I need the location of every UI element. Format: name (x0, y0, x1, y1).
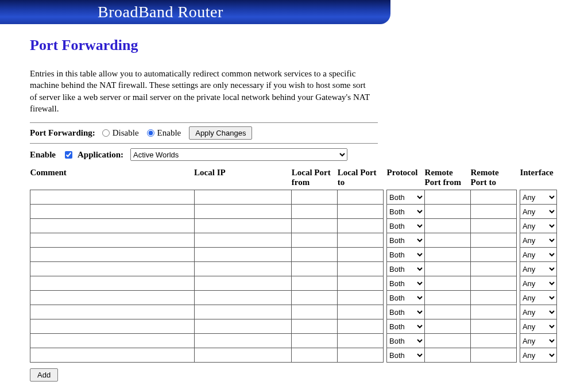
local-port-to-input[interactable] (338, 277, 383, 290)
protocol-select[interactable]: Both (387, 334, 424, 348)
interface-select[interactable]: Any (520, 334, 556, 348)
comment-input[interactable] (30, 334, 194, 348)
protocol-select[interactable]: Both (387, 349, 424, 362)
comment-input[interactable] (30, 349, 194, 362)
local-port-to-input[interactable] (338, 234, 383, 247)
remote-port-from-input[interactable] (425, 306, 470, 319)
remote-port-to-input[interactable] (471, 263, 516, 276)
local-port-to-input[interactable] (338, 205, 383, 218)
remote-port-to-input[interactable] (471, 306, 516, 319)
comment-input[interactable] (30, 263, 194, 276)
remote-port-to-input[interactable] (471, 205, 516, 218)
local-port-to-input[interactable] (338, 306, 383, 319)
local-ip-input[interactable] (195, 191, 292, 204)
local-ip-input[interactable] (195, 291, 292, 305)
local-port-to-input[interactable] (338, 263, 383, 276)
interface-select[interactable]: Any (520, 306, 556, 319)
local-port-from-input[interactable] (292, 205, 337, 218)
interface-select[interactable]: Any (520, 248, 556, 261)
protocol-select[interactable]: Both (387, 234, 424, 247)
remote-port-from-input[interactable] (425, 205, 470, 218)
local-ip-input[interactable] (195, 205, 292, 218)
enable-radio[interactable] (147, 129, 154, 137)
local-port-to-input[interactable] (338, 248, 383, 261)
remote-port-from-input[interactable] (425, 334, 470, 348)
comment-input[interactable] (30, 248, 194, 261)
local-port-from-input[interactable] (292, 234, 337, 247)
local-ip-input[interactable] (195, 306, 292, 319)
remote-port-from-input[interactable] (425, 219, 470, 233)
comment-input[interactable] (30, 234, 194, 247)
local-port-from-input[interactable] (292, 306, 337, 319)
local-port-to-input[interactable] (338, 219, 383, 233)
local-port-to-input[interactable] (338, 291, 383, 305)
local-ip-input[interactable] (195, 248, 292, 261)
protocol-select[interactable]: Both (387, 291, 424, 305)
remote-port-from-input[interactable] (425, 277, 470, 290)
local-port-from-input[interactable] (292, 219, 337, 233)
local-ip-input[interactable] (195, 320, 292, 333)
remote-port-to-input[interactable] (471, 248, 516, 261)
local-port-to-input[interactable] (338, 191, 383, 204)
protocol-select[interactable]: Both (387, 277, 424, 290)
local-ip-input[interactable] (195, 349, 292, 362)
comment-input[interactable] (30, 277, 194, 290)
interface-select[interactable]: Any (520, 219, 556, 233)
remote-port-to-input[interactable] (471, 277, 516, 290)
remote-port-to-input[interactable] (471, 349, 516, 362)
remote-port-from-input[interactable] (425, 248, 470, 261)
interface-select[interactable]: Any (520, 205, 556, 218)
remote-port-to-input[interactable] (471, 291, 516, 305)
remote-port-from-input[interactable] (425, 349, 470, 362)
remote-port-to-input[interactable] (471, 191, 516, 204)
protocol-select[interactable]: Both (387, 263, 424, 276)
remote-port-to-input[interactable] (471, 219, 516, 233)
local-port-from-input[interactable] (292, 191, 337, 204)
interface-select[interactable]: Any (520, 320, 556, 333)
interface-select[interactable]: Any (520, 291, 556, 305)
apply-changes-button[interactable]: Apply Changes (189, 126, 252, 140)
remote-port-from-input[interactable] (425, 263, 470, 276)
local-port-from-input[interactable] (292, 248, 337, 261)
local-ip-input[interactable] (195, 234, 292, 247)
disable-radio-label[interactable]: Disable (102, 128, 139, 138)
remote-port-to-input[interactable] (471, 334, 516, 348)
enable-checkbox[interactable] (65, 151, 72, 159)
remote-port-from-input[interactable] (425, 291, 470, 305)
protocol-select[interactable]: Both (387, 306, 424, 319)
remote-port-to-input[interactable] (471, 320, 516, 333)
add-button[interactable]: Add (30, 368, 58, 382)
local-port-to-input[interactable] (338, 320, 383, 333)
interface-select[interactable]: Any (520, 263, 556, 276)
local-port-from-input[interactable] (292, 263, 337, 276)
local-port-to-input[interactable] (338, 349, 383, 362)
local-port-to-input[interactable] (338, 334, 383, 348)
interface-select[interactable]: Any (520, 234, 556, 247)
interface-select[interactable]: Any (520, 349, 556, 362)
protocol-select[interactable]: Both (387, 219, 424, 233)
local-port-from-input[interactable] (292, 349, 337, 362)
remote-port-from-input[interactable] (425, 320, 470, 333)
comment-input[interactable] (30, 219, 194, 233)
protocol-select[interactable]: Both (387, 320, 424, 333)
application-select[interactable]: Active Worlds (130, 148, 347, 161)
comment-input[interactable] (30, 205, 194, 218)
remote-port-to-input[interactable] (471, 234, 516, 247)
disable-radio[interactable] (102, 129, 110, 137)
interface-select[interactable]: Any (520, 191, 556, 204)
local-ip-input[interactable] (195, 277, 292, 290)
protocol-select[interactable]: Both (387, 205, 424, 218)
local-port-from-input[interactable] (292, 291, 337, 305)
local-port-from-input[interactable] (292, 277, 337, 290)
local-port-from-input[interactable] (292, 320, 337, 333)
protocol-select[interactable]: Both (387, 191, 424, 204)
protocol-select[interactable]: Both (387, 248, 424, 261)
comment-input[interactable] (30, 306, 194, 319)
comment-input[interactable] (30, 320, 194, 333)
local-ip-input[interactable] (195, 263, 292, 276)
remote-port-from-input[interactable] (425, 191, 470, 204)
comment-input[interactable] (30, 191, 194, 204)
enable-radio-label[interactable]: Enable (147, 128, 181, 138)
local-ip-input[interactable] (195, 334, 292, 348)
comment-input[interactable] (30, 291, 194, 305)
